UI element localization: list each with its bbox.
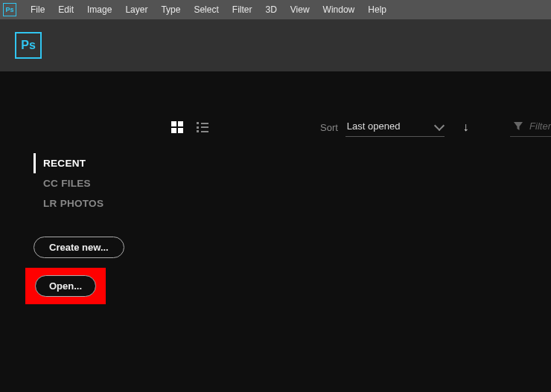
- sidebar-item-lr-photos[interactable]: LR PHOTOS: [34, 193, 138, 213]
- app-icon-large: Ps: [15, 32, 42, 59]
- highlight-annotation: Open...: [25, 268, 106, 304]
- menu-help[interactable]: Help: [361, 0, 393, 19]
- menu-select[interactable]: Select: [187, 0, 225, 19]
- menu-filter[interactable]: Filter: [226, 0, 259, 19]
- filter-placeholder: Filter: [529, 121, 551, 132]
- sort-direction-icon[interactable]: ↓: [462, 121, 468, 134]
- open-button[interactable]: Open...: [35, 275, 96, 297]
- menu-bar: Ps File Edit Image Layer Type Select Fil…: [0, 0, 551, 19]
- list-view-icon[interactable]: [197, 122, 208, 132]
- chevron-down-icon: [436, 124, 443, 129]
- grid-view-icon[interactable]: [171, 121, 183, 133]
- main-content: Sort Last opened ↓ Filter RECENT CC FILE…: [0, 71, 551, 392]
- sort-value: Last opened: [347, 121, 401, 132]
- create-new-button[interactable]: Create new...: [34, 237, 124, 258]
- sidebar-nav: RECENT CC FILES LR PHOTOS: [34, 153, 138, 213]
- sort-label: Sort: [320, 122, 338, 133]
- sidebar-item-recent[interactable]: RECENT: [34, 153, 138, 173]
- app-icon-large-text: Ps: [21, 39, 36, 52]
- menu-view[interactable]: View: [284, 0, 316, 19]
- menu-edit[interactable]: Edit: [51, 0, 80, 19]
- app-icon-text: Ps: [5, 6, 13, 13]
- menu-layer[interactable]: Layer: [118, 0, 154, 19]
- app-icon-small: Ps: [3, 3, 16, 16]
- toolbar: Ps: [0, 19, 551, 71]
- menu-file[interactable]: File: [24, 0, 51, 19]
- menu-3d[interactable]: 3D: [258, 0, 283, 19]
- menu-image[interactable]: Image: [80, 0, 118, 19]
- action-buttons: Create new... Open...: [34, 237, 124, 258]
- filter-group[interactable]: Filter: [510, 118, 551, 137]
- view-toggles: [171, 121, 208, 133]
- sort-group: Sort Last opened ↓: [320, 118, 468, 137]
- menu-type[interactable]: Type: [154, 0, 187, 19]
- view-sort-row: Sort Last opened ↓ Filter: [0, 112, 551, 142]
- sort-dropdown[interactable]: Last opened: [345, 118, 445, 137]
- menu-window[interactable]: Window: [316, 0, 362, 19]
- funnel-icon: [513, 121, 523, 132]
- sidebar-item-cc-files[interactable]: CC FILES: [34, 173, 138, 193]
